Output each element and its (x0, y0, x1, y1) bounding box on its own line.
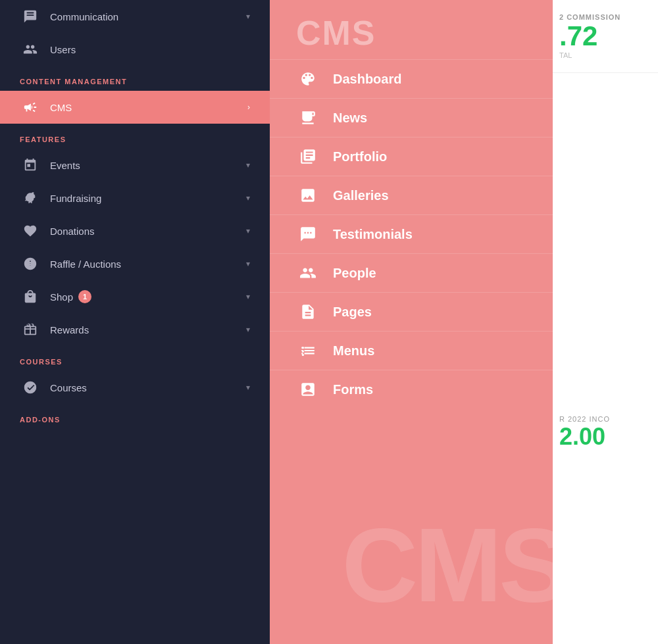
sidebar-item-courses[interactable]: Courses ▾ (0, 371, 270, 404)
piggy-icon (20, 191, 41, 205)
calendar-icon (20, 158, 41, 172)
sidebar-item-donations[interactable]: Donations ▾ (0, 214, 270, 247)
cms-menu-label: News (333, 111, 367, 126)
commission-section: 2 COMMISSION .72 TAL (553, 0, 658, 73)
megaphone-icon (20, 100, 41, 114)
sidebar-item-label: Raffle / Auctions (50, 259, 121, 270)
chevron-down-icon: ▾ (246, 259, 250, 268)
sidebar-item-communication[interactable]: Communication ▾ (0, 0, 270, 33)
chevron-down-icon: ▾ (246, 193, 250, 203)
svg-point-0 (28, 265, 32, 267)
users-icon (20, 42, 41, 57)
cms-menu-item-people[interactable]: People (270, 253, 553, 292)
cms-menu-item-galleries[interactable]: Galleries (270, 176, 553, 214)
cms-menu-label: Portfolio (333, 149, 387, 164)
section-addons: ADD-ONS (0, 404, 270, 429)
cms-menu-label: Dashboard (333, 72, 401, 87)
chevron-down-icon: ▾ (246, 325, 250, 334)
sidebar-item-label: Donations (50, 226, 95, 237)
shop-icon (20, 289, 41, 304)
sidebar-item-label: Users (50, 44, 76, 55)
sidebar-item-raffle[interactable]: Raffle / Auctions ▾ (0, 247, 270, 280)
cms-menu-item-portfolio[interactable]: Portfolio (270, 137, 553, 176)
sidebar-item-label: Fundraising (50, 193, 101, 204)
income-value: 2.00 (559, 423, 651, 451)
sidebar-item-users[interactable]: Users (0, 33, 270, 66)
sidebar-item-rewards[interactable]: Rewards ▾ (0, 313, 270, 346)
section-features: FEATURES (0, 124, 270, 149)
heart-icon (20, 224, 41, 238)
cms-menu-item-forms[interactable]: Forms (270, 370, 553, 409)
income-section: R 2022 INCO 2.00 (553, 402, 658, 464)
svg-point-2 (28, 262, 32, 264)
gift-icon (20, 322, 41, 337)
palette-icon (296, 70, 320, 87)
sidebar-item-shop[interactable]: Shop 1 ▾ (0, 280, 270, 313)
shop-badge: 1 (78, 290, 91, 303)
right-content: 2 COMMISSION .72 TAL R 2022 INCO 2.00 (553, 0, 658, 644)
svg-point-1 (28, 264, 32, 266)
section-courses: COURSES (0, 346, 270, 371)
sidebar-item-fundraising[interactable]: Fundraising ▾ (0, 182, 270, 214)
people-icon (296, 264, 320, 282)
cms-menu-item-menus[interactable]: Menus (270, 331, 553, 370)
sidebar: Communication ▾ Users CONTENT MANAGEMENT… (0, 0, 270, 644)
communication-icon (20, 9, 41, 24)
image-icon (296, 187, 320, 204)
commission-value: .72 (559, 21, 651, 51)
newspaper-icon (296, 109, 320, 126)
commission-sub: TAL (559, 51, 651, 59)
portfolio-icon (296, 148, 320, 165)
cms-menu-item-dashboard[interactable]: Dashboard (270, 59, 553, 98)
chevron-down-icon: ▾ (246, 383, 250, 392)
svg-point-6 (302, 347, 304, 349)
cms-menu-label: Forms (333, 382, 373, 397)
income-label: R 2022 INCO (559, 415, 651, 423)
sidebar-item-cms[interactable]: CMS › (0, 91, 270, 124)
svg-point-5 (302, 350, 304, 352)
sidebar-item-label: Courses (50, 382, 87, 393)
quote-icon (296, 226, 320, 243)
cms-menu-label: Galleries (333, 188, 389, 203)
menus-icon (296, 342, 320, 359)
section-content-management: CONTENT MANAGEMENT (0, 66, 270, 91)
cms-bg-text: CMS (342, 512, 553, 618)
sidebar-item-label: Communication (50, 11, 118, 22)
cms-menu-item-testimonials[interactable]: Testimonials (270, 214, 553, 253)
cms-menu-label: Menus (333, 343, 374, 359)
cms-menu-label: Testimonials (333, 227, 413, 242)
cms-menu-item-news[interactable]: News (270, 98, 553, 137)
chevron-right-icon: › (247, 103, 250, 112)
coins-icon (20, 257, 41, 271)
svg-point-4 (302, 354, 304, 356)
sidebar-item-events[interactable]: Events ▾ (0, 149, 270, 182)
cms-menu-item-pages[interactable]: Pages (270, 292, 553, 331)
cms-panel-title: CMS (270, 0, 553, 59)
cms-menu-label: Pages (333, 305, 372, 320)
cms-menu-label: People (333, 266, 376, 281)
chevron-down-icon: ▾ (246, 161, 250, 170)
chevron-down-icon: ▾ (246, 226, 250, 235)
sidebar-item-label: CMS (50, 102, 72, 113)
sidebar-item-label: Events (50, 160, 80, 171)
forms-icon (296, 381, 320, 398)
sidebar-item-label: Shop (50, 291, 73, 303)
chevron-down-icon: ▾ (246, 12, 250, 21)
chevron-down-icon: ▾ (246, 292, 250, 301)
soccer-icon (20, 380, 41, 395)
cms-panel: CMS Dashboard News Portfolio Galleries T… (270, 0, 553, 644)
sidebar-item-label: Rewards (50, 324, 89, 335)
page-icon (296, 303, 320, 320)
